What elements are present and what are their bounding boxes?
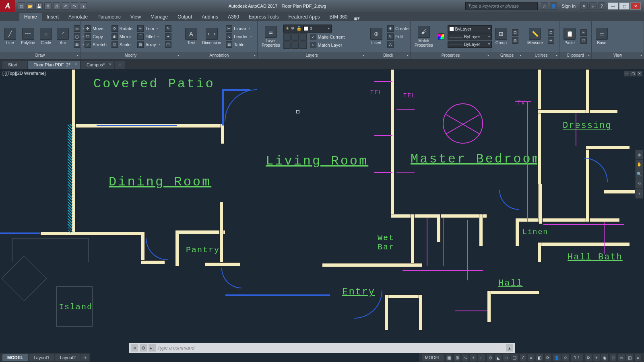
- clip-cut-icon[interactable]: ✂: [579, 29, 588, 36]
- tool-base[interactable]: ▭Base: [594, 27, 609, 46]
- status-grid-icon[interactable]: ▦: [445, 354, 453, 361]
- menu-tab-view[interactable]: View: [126, 13, 146, 21]
- tool-scale[interactable]: ◱Scale: [110, 41, 134, 48]
- panel-title-layers[interactable]: Layers: [258, 52, 366, 59]
- tool-erase-icon[interactable]: ✎: [163, 25, 173, 32]
- tool-block-create[interactable]: ✱Create: [386, 25, 410, 32]
- maximize-button[interactable]: ▢: [619, 2, 630, 10]
- group-opt1-icon[interactable]: ⊡: [510, 29, 520, 36]
- menu-overflow-icon[interactable]: ▣▾: [352, 16, 361, 21]
- qat-more[interactable]: ▾: [80, 2, 87, 10]
- tool-circle[interactable]: ○Circle: [38, 27, 54, 46]
- tool-make-current[interactable]: ✓Make Current: [308, 33, 347, 41]
- nav-orbit-icon[interactable]: ⟲: [636, 179, 643, 189]
- minimize-button[interactable]: —: [608, 2, 618, 10]
- tool-insert[interactable]: ⊕Insert: [369, 27, 384, 46]
- prop-lineweight-combo[interactable]: ——— ByLayer▾: [448, 33, 492, 40]
- tool-match-properties[interactable]: 🖌Match Properties: [413, 25, 435, 48]
- status-3dosnap-icon[interactable]: ❑: [511, 354, 518, 361]
- tool-trim[interactable]: ✂Trim▾: [136, 25, 161, 32]
- tool-table[interactable]: ▦Table: [224, 41, 253, 48]
- prop-linetype-combo[interactable]: ——— ByLayer▾: [448, 41, 492, 48]
- tool-block-edit[interactable]: ✎Edit: [386, 33, 410, 40]
- panel-title-block[interactable]: Block: [366, 52, 410, 59]
- status-dyn-icon[interactable]: +: [470, 354, 477, 361]
- menu-tab-output[interactable]: Output: [173, 13, 197, 21]
- tool-fillet[interactable]: ⌒Fillet▾: [136, 33, 161, 40]
- status-otrack-icon[interactable]: ∠: [519, 354, 527, 361]
- menu-tab-a360[interactable]: A360: [223, 13, 244, 21]
- status-hw-icon[interactable]: ⊙: [609, 354, 617, 361]
- status-annvis-icon[interactable]: 👤: [552, 354, 561, 361]
- vp-close-icon[interactable]: ✕: [637, 71, 642, 76]
- tool-copy[interactable]: ⿻Copy: [83, 33, 108, 40]
- nav-pan-icon[interactable]: ✋: [636, 160, 643, 169]
- tool-explode-icon[interactable]: ✦: [163, 33, 173, 40]
- tool-move[interactable]: ✥Move: [83, 25, 108, 32]
- vp-min-icon[interactable]: —: [624, 71, 630, 76]
- panel-title-groups[interactable]: Groups: [491, 52, 523, 59]
- qat-open[interactable]: 📂: [27, 2, 34, 10]
- util-1-icon[interactable]: ⊡: [546, 29, 556, 36]
- menu-tab-insert[interactable]: Insert: [42, 13, 64, 21]
- tool-rotate[interactable]: ⟳Rotate: [110, 25, 134, 32]
- tool-match-layer[interactable]: ≈Match Layer: [308, 41, 347, 49]
- status-custom-icon[interactable]: ≡: [634, 354, 642, 361]
- search-input[interactable]: Type a keyword or phrase: [465, 2, 538, 10]
- tool-polyline[interactable]: 〰Polyline: [19, 27, 37, 46]
- nav-show-icon[interactable]: ▾: [636, 189, 643, 198]
- tool-text[interactable]: AText: [184, 27, 199, 46]
- status-osnap-icon[interactable]: □: [503, 354, 510, 361]
- util-2-icon[interactable]: ✛: [546, 37, 556, 44]
- qat-print[interactable]: ⎙: [53, 2, 60, 10]
- menu-tab-featured[interactable]: Featured Apps: [284, 13, 325, 21]
- status-cycle-icon[interactable]: ⟳: [544, 354, 551, 361]
- qat-new[interactable]: □: [18, 2, 25, 10]
- group-opt2-icon[interactable]: ⊟: [510, 37, 520, 44]
- tool-line[interactable]: ╱Line: [2, 27, 18, 46]
- status-snap-icon[interactable]: ⊞: [454, 354, 461, 361]
- close-icon[interactable]: ✕: [109, 62, 112, 66]
- panel-title-annotation[interactable]: Annotation: [181, 52, 257, 59]
- tool-offset-icon[interactable]: ◫: [163, 41, 173, 48]
- status-mon-icon[interactable]: ◉: [601, 354, 609, 361]
- tool-measure[interactable]: 📏Measure: [526, 27, 545, 46]
- panel-title-clipboard[interactable]: Clipboard: [559, 52, 591, 59]
- tool-dimension[interactable]: ⟷Dimension: [200, 27, 223, 46]
- layer-dropdown[interactable]: ☀❄🔓0▾: [283, 25, 332, 33]
- tool-linear[interactable]: ⊢Linear▾: [224, 25, 253, 32]
- vp-max-icon[interactable]: ▢: [630, 71, 636, 76]
- tool-group[interactable]: ⊞Group: [493, 27, 509, 46]
- status-lweight-icon[interactable]: ≡: [528, 354, 535, 361]
- menu-tab-express[interactable]: Express Tools: [244, 13, 283, 21]
- sign-in-link[interactable]: Sign In: [559, 4, 579, 8]
- file-tab-campus[interactable]: Campus*✕: [81, 61, 114, 69]
- close-icon[interactable]: ✕: [74, 62, 78, 66]
- prop-color-icon[interactable]: [436, 33, 446, 40]
- menu-tab-addins[interactable]: Add-ins: [197, 13, 223, 21]
- qat-saveas[interactable]: ⎙: [44, 2, 52, 10]
- file-tab-new[interactable]: +: [115, 61, 125, 69]
- status-ws-icon[interactable]: +: [593, 354, 600, 361]
- status-iso-icon[interactable]: ◣: [495, 354, 502, 361]
- infocenter-icon[interactable]: ☆: [541, 2, 548, 10]
- status-infer-icon[interactable]: ↘: [462, 354, 469, 361]
- layer-tools-grid[interactable]: [283, 33, 307, 49]
- panel-title-draw[interactable]: Draw: [0, 52, 80, 59]
- tool-stretch[interactable]: ⤢Stretch: [83, 41, 108, 48]
- exchange-icon[interactable]: ✕: [580, 2, 588, 10]
- file-tab-floorplan[interactable]: Floor Plan PDF_2*✕: [28, 61, 80, 69]
- file-tab-start[interactable]: Start: [2, 61, 27, 69]
- command-input[interactable]: [157, 345, 504, 351]
- panel-title-utilities[interactable]: Utilities: [523, 52, 559, 59]
- layout-tab-layout1[interactable]: Layout1: [29, 354, 54, 361]
- tool-array[interactable]: ⊞Array▾: [136, 41, 161, 48]
- cmd-close-icon[interactable]: ✕: [131, 344, 138, 352]
- tool-leader[interactable]: ↘Leader▾: [224, 33, 253, 40]
- status-polar-icon[interactable]: ⊙: [487, 354, 494, 361]
- menu-tab-home[interactable]: Home: [19, 13, 42, 21]
- qat-redo[interactable]: ↷: [71, 2, 78, 10]
- clip-copy-icon[interactable]: ⿻: [579, 37, 588, 44]
- tool-paste[interactable]: 📋Paste: [562, 27, 577, 46]
- status-trans-icon[interactable]: ◧: [536, 354, 543, 361]
